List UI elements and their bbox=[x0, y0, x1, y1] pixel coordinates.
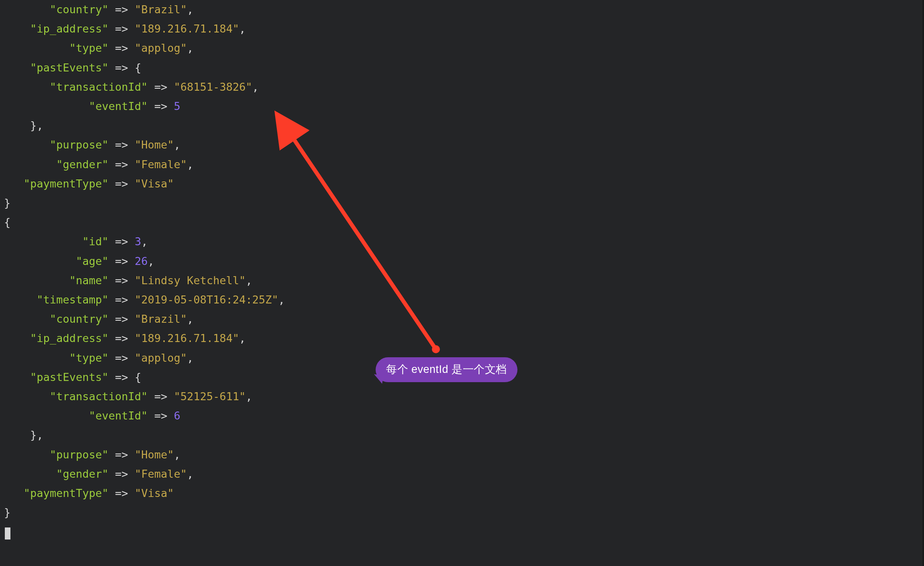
text-cursor bbox=[5, 527, 10, 540]
callout-bubble: 每个 eventId 是一个文档 bbox=[376, 357, 517, 382]
code-block[interactable]: "country" => "Brazil", "ip_address" => "… bbox=[0, 0, 924, 542]
window-right-edge bbox=[922, 0, 924, 566]
callout-text: 每个 eventId 是一个文档 bbox=[386, 363, 507, 375]
callout-tail bbox=[372, 374, 383, 384]
annotation-callout: 每个 eventId 是一个文档 bbox=[376, 357, 517, 382]
